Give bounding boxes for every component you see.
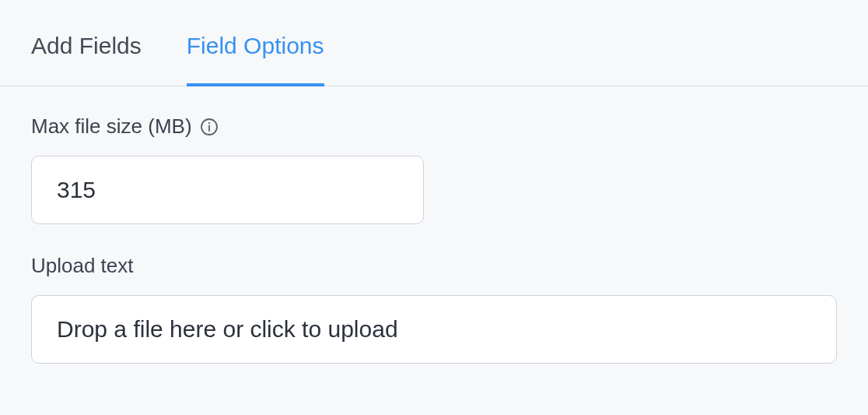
tab-bar: Add Fields Field Options xyxy=(0,0,868,86)
upload-text-label: Upload text xyxy=(31,254,837,278)
max-file-size-label-text: Max file size (MB) xyxy=(31,114,192,139)
max-file-size-input[interactable] xyxy=(31,156,424,224)
upload-text-group: Upload text xyxy=(31,254,837,364)
svg-point-2 xyxy=(208,122,209,124)
upload-text-label-text: Upload text xyxy=(31,254,134,278)
tab-field-options[interactable]: Field Options xyxy=(187,0,324,86)
field-options-panel: Max file size (MB) Upload text xyxy=(0,86,868,415)
max-file-size-group: Max file size (MB) xyxy=(31,114,837,224)
upload-text-input[interactable] xyxy=(31,295,837,364)
max-file-size-label: Max file size (MB) xyxy=(31,114,837,139)
tab-add-fields[interactable]: Add Fields xyxy=(31,0,142,86)
info-icon[interactable] xyxy=(200,118,219,136)
